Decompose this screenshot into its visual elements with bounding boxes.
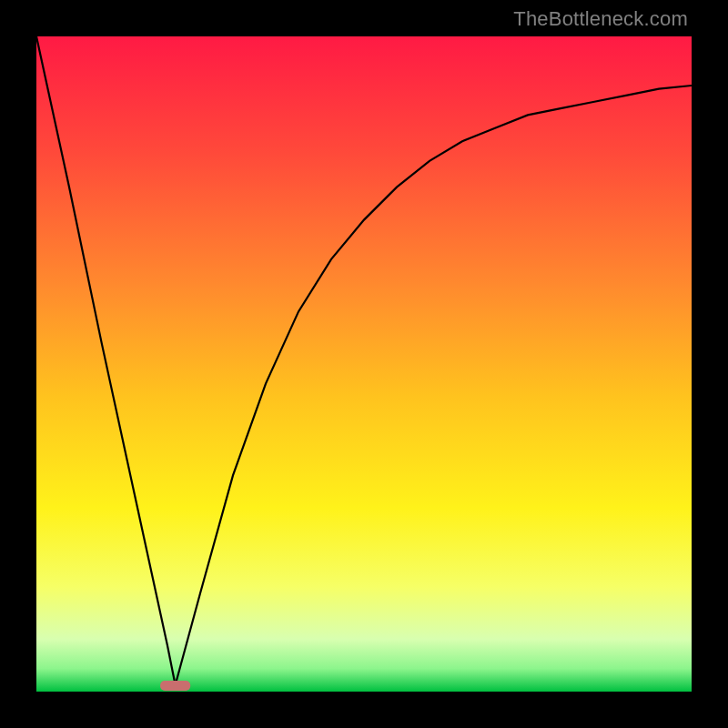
plot-area (36, 36, 692, 692)
minimum-marker (160, 681, 190, 691)
chart-frame: TheBottleneck.com (0, 0, 728, 728)
background-gradient (36, 36, 692, 692)
watermark-text: TheBottleneck.com (513, 7, 688, 31)
chart-svg (36, 36, 692, 692)
